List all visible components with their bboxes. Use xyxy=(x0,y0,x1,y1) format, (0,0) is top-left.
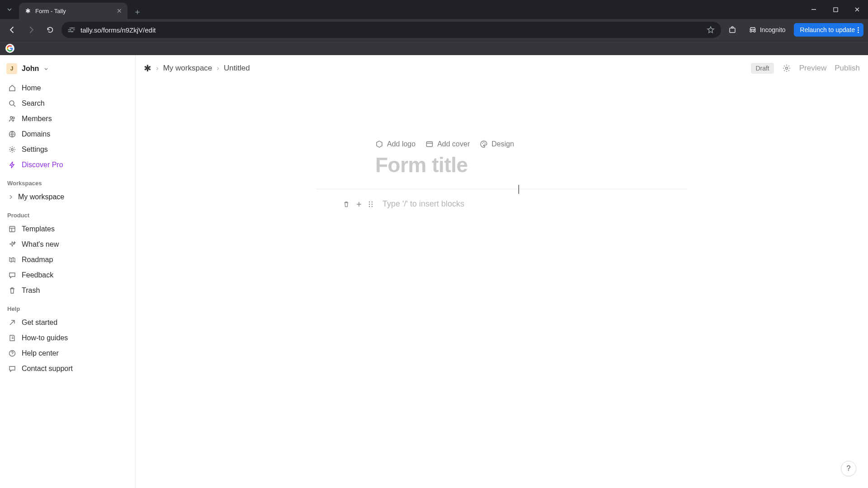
sidebar-item-home[interactable]: Home xyxy=(4,80,132,96)
trash-icon xyxy=(8,286,16,295)
add-block-icon[interactable] xyxy=(355,201,363,208)
workspaces-header: Workspaces xyxy=(4,173,132,189)
block-input[interactable]: Type '/' to insert blocks xyxy=(381,199,464,209)
reload-button[interactable] xyxy=(42,22,58,38)
sidebar: J John Home Search Members Domains Setti… xyxy=(0,55,136,488)
user-menu[interactable]: J John xyxy=(4,60,132,80)
svg-point-9 xyxy=(10,117,13,119)
breadcrumb-form[interactable]: Untitled xyxy=(224,64,250,73)
relaunch-update-button[interactable]: Relaunch to update xyxy=(794,23,863,37)
sidebar-item-templates[interactable]: Templates xyxy=(4,221,132,237)
sidebar-item-how-to-guides[interactable]: How-to guides xyxy=(4,330,132,346)
topbar-actions: Draft Preview Publish xyxy=(751,63,860,74)
sidebar-item-label: Search xyxy=(22,99,45,108)
templates-icon xyxy=(8,225,16,233)
bookmarks-bar xyxy=(0,41,868,55)
sidebar-item-help-center[interactable]: Help center xyxy=(4,346,132,361)
back-button[interactable] xyxy=(5,22,20,38)
bookmark-google-icon[interactable] xyxy=(5,44,14,53)
minimize-button[interactable] xyxy=(803,0,825,19)
new-tab-button[interactable]: ＋ xyxy=(130,5,145,19)
gear-icon xyxy=(8,145,16,154)
sidebar-item-domains[interactable]: Domains xyxy=(4,127,132,142)
breadcrumb-workspace[interactable]: My workspace xyxy=(163,64,212,73)
chevron-down-icon xyxy=(43,66,49,71)
sidebar-item-settings[interactable]: Settings xyxy=(4,142,132,157)
svg-rect-13 xyxy=(9,226,15,232)
sidebar-item-feedback[interactable]: Feedback xyxy=(4,267,132,283)
svg-point-4 xyxy=(71,31,73,33)
tab-search-dropdown[interactable] xyxy=(0,0,19,19)
breadcrumb: ✱ › My workspace › Untitled xyxy=(144,63,250,74)
sidebar-item-label: Contact support xyxy=(22,365,73,373)
sidebar-item-roadmap[interactable]: Roadmap xyxy=(4,252,132,267)
map-icon xyxy=(8,256,16,264)
sidebar-item-members[interactable]: Members xyxy=(4,111,132,127)
help-header: Help xyxy=(4,298,132,315)
incognito-indicator[interactable]: Incognito xyxy=(744,25,790,34)
sidebar-item-label: Settings xyxy=(22,145,48,154)
chevron-right-icon: › xyxy=(156,64,159,73)
sidebar-item-trash[interactable]: Trash xyxy=(4,283,132,298)
svg-point-3 xyxy=(71,28,73,29)
delete-block-icon[interactable] xyxy=(343,201,351,208)
add-cover-label: Add cover xyxy=(437,140,470,148)
svg-point-28 xyxy=(372,206,373,207)
chevron-right-icon: › xyxy=(217,64,219,73)
browser-toolbar: tally.so/forms/n9ZkjV/edit Incognito Rel… xyxy=(0,19,868,41)
sidebar-item-get-started[interactable]: Get started xyxy=(4,315,132,330)
maximize-button[interactable] xyxy=(825,0,846,19)
sidebar-item-contact-support[interactable]: Contact support xyxy=(4,361,132,376)
form-settings-gear-icon[interactable] xyxy=(782,64,791,73)
form-title-input[interactable]: Form title xyxy=(316,153,687,177)
tally-logo-icon[interactable]: ✱ xyxy=(144,63,151,74)
forward-button[interactable] xyxy=(24,22,39,38)
search-icon xyxy=(8,99,16,108)
drag-handle-icon[interactable] xyxy=(368,201,376,208)
status-badge: Draft xyxy=(751,63,774,74)
close-window-button[interactable] xyxy=(846,0,868,19)
bookmark-star-icon[interactable] xyxy=(707,26,715,34)
sidebar-item-discover-pro[interactable]: Discover Pro xyxy=(4,157,132,173)
sidebar-item-label: Get started xyxy=(22,319,57,327)
sidebar-item-whats-new[interactable]: What's new xyxy=(4,237,132,252)
sidebar-item-search[interactable]: Search xyxy=(4,96,132,111)
extensions-icon[interactable] xyxy=(725,22,740,38)
sidebar-item-label: Help center xyxy=(22,349,59,357)
help-fab[interactable]: ? xyxy=(841,461,856,476)
browser-tab[interactable]: ✱ Form - Tally ✕ xyxy=(19,3,127,19)
home-icon xyxy=(8,84,16,92)
publish-button[interactable]: Publish xyxy=(835,64,860,73)
address-bar[interactable]: tally.so/forms/n9ZkjV/edit xyxy=(61,22,721,38)
svg-point-10 xyxy=(13,117,14,119)
add-cover-button[interactable]: Add cover xyxy=(425,140,470,148)
tab-close-icon[interactable]: ✕ xyxy=(117,7,122,14)
svg-line-8 xyxy=(14,105,15,107)
workspace-item[interactable]: My workspace xyxy=(4,189,132,205)
preview-button[interactable]: Preview xyxy=(799,64,826,73)
question-icon: ? xyxy=(847,465,851,473)
sidebar-item-label: Members xyxy=(22,115,52,123)
sidebar-item-label: Home xyxy=(22,84,41,92)
incognito-label: Incognito xyxy=(760,26,786,33)
svg-point-20 xyxy=(482,143,483,144)
svg-point-23 xyxy=(369,201,370,202)
help-icon xyxy=(8,349,16,357)
avatar: J xyxy=(6,63,17,74)
svg-point-2 xyxy=(70,29,71,31)
sidebar-item-label: Trash xyxy=(22,286,40,295)
svg-point-24 xyxy=(372,201,373,202)
block-row: Type '/' to insert blocks xyxy=(316,199,687,209)
svg-point-22 xyxy=(485,143,486,144)
workspace-name: My workspace xyxy=(18,193,64,201)
lightning-icon xyxy=(8,161,16,169)
design-button[interactable]: Design xyxy=(480,140,514,148)
editor-canvas: Add logo Add cover Design Form title xyxy=(136,81,868,209)
image-icon xyxy=(425,140,434,148)
add-logo-button[interactable]: Add logo xyxy=(375,140,415,148)
sidebar-item-label: What's new xyxy=(22,240,59,249)
browser-chrome: ✱ Form - Tally ✕ ＋ tally.so/forms/n9ZkjV… xyxy=(0,0,868,55)
site-settings-icon[interactable] xyxy=(68,26,75,33)
sidebar-item-label: Domains xyxy=(22,130,50,138)
app-root: J John Home Search Members Domains Setti… xyxy=(0,55,868,488)
